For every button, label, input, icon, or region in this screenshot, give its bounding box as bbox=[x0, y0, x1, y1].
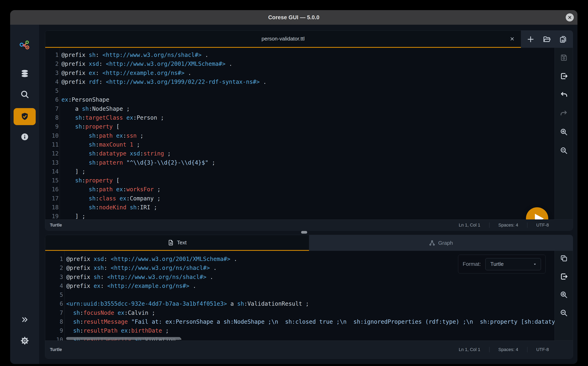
line-content: sh:targetClass ex:Person ; bbox=[60, 113, 164, 122]
line-number: 8 bbox=[45, 113, 60, 122]
line-content: @prefix xsh: <http://www.w3.org/ns/shacl… bbox=[65, 264, 217, 273]
tab-graph[interactable]: Graph bbox=[309, 235, 573, 251]
results-status-bar: Turtle Ln 1, Col 1 Spaces: 4 UTF-8 bbox=[45, 341, 573, 358]
line-content: @prefix sh: <http://www.w3.org/ns/shacl#… bbox=[60, 51, 208, 60]
line-number: 1 bbox=[45, 51, 60, 60]
format-select[interactable]: Turtle bbox=[485, 258, 541, 270]
horizontal-scrollbar[interactable] bbox=[66, 337, 181, 340]
status-indentation: Spaces: 4 bbox=[489, 222, 527, 228]
expand-sidebar-icon[interactable] bbox=[21, 316, 29, 323]
line-content bbox=[60, 86, 61, 95]
line-content: sh:path ex:ssn ; bbox=[60, 131, 143, 140]
line-content: sh:datatype xsd:string ; bbox=[60, 149, 171, 158]
editor-tab-bar: person-validator.ttl bbox=[45, 30, 573, 48]
tab-close-button[interactable] bbox=[509, 35, 516, 42]
open-file-button[interactable] bbox=[542, 35, 551, 44]
line-content: sh:focusNode ex:Calvin ; bbox=[65, 308, 155, 317]
shield-check-icon bbox=[20, 112, 29, 121]
format-label: Format: bbox=[463, 261, 481, 267]
line-content: sh:class ex:Company ; bbox=[60, 194, 161, 203]
tab-graph-label: Graph bbox=[438, 240, 453, 246]
line-content: sh:maxCount 1 ; bbox=[60, 140, 140, 149]
line-number: 14 bbox=[45, 167, 60, 176]
play-icon bbox=[526, 207, 548, 220]
line-number: 6 bbox=[45, 299, 65, 308]
export-button[interactable] bbox=[559, 72, 568, 81]
line-number: 6 bbox=[45, 95, 60, 104]
shapes-code-editor[interactable]: 1@prefix sh: <http://www.w3.org/ns/shacl… bbox=[45, 48, 555, 220]
export-icon bbox=[560, 272, 568, 281]
save-as-button[interactable] bbox=[559, 35, 568, 44]
zoom-in-icon bbox=[560, 128, 568, 136]
zoom-in-icon bbox=[560, 291, 568, 299]
chevron-down-icon bbox=[532, 261, 538, 267]
window-title: Corese GUI — 5.0.0 bbox=[268, 14, 319, 21]
line-number: 19 bbox=[45, 212, 60, 220]
code-line: 12 sh:datatype xsd:string ; bbox=[45, 149, 555, 158]
line-number: 16 bbox=[45, 185, 60, 194]
line-number: 18 bbox=[45, 203, 60, 212]
tab-text[interactable]: Text bbox=[45, 235, 309, 251]
document-icon bbox=[168, 239, 174, 246]
code-line: 4@prefix ex: <http://example.org/ns#> . bbox=[45, 282, 555, 290]
code-line: 16 sh:path ex:worksFor ; bbox=[45, 185, 555, 194]
line-number: 4 bbox=[45, 282, 65, 290]
line-number: 7 bbox=[45, 105, 60, 113]
sidebar-item-validation-active[interactable] bbox=[14, 108, 36, 125]
line-content: sh:path ex:worksFor ; bbox=[60, 185, 161, 194]
code-line: 7 sh:focusNode ex:Calvin ; bbox=[45, 308, 555, 317]
line-content: a sh:NodeShape ; bbox=[60, 105, 130, 113]
status-language: Turtle bbox=[50, 222, 62, 228]
results-code-view[interactable]: 1@prefix xsd: <http://www.w3.org/2001/XM… bbox=[45, 251, 555, 341]
folder-open-icon bbox=[543, 35, 551, 44]
zoom-out-button[interactable] bbox=[559, 146, 568, 155]
new-file-button[interactable] bbox=[526, 35, 535, 44]
copy-button[interactable] bbox=[559, 254, 568, 263]
code-line: 9 sh:resultPath ex:birthDate ; bbox=[45, 326, 555, 335]
floppy-icon bbox=[560, 53, 568, 61]
search-icon[interactable] bbox=[20, 90, 29, 99]
code-line: 5 bbox=[45, 290, 555, 299]
main-area: person-validator.ttl bbox=[39, 25, 577, 364]
zoom-out-button[interactable] bbox=[559, 308, 568, 317]
results-tab-bar: Text Graph bbox=[45, 235, 573, 251]
line-number: 5 bbox=[45, 86, 60, 95]
zoom-in-button[interactable] bbox=[559, 128, 568, 137]
line-content: @prefix xsd: <http://www.w3.org/2001/XML… bbox=[60, 60, 232, 69]
database-icon[interactable] bbox=[20, 69, 29, 78]
line-content: sh:pattern "^\\d{3}-\\d{2}-\\d{4}$" ; bbox=[60, 158, 215, 167]
code-line: 13 sh:pattern "^\\d{3}-\\d{2}-\\d{4}$" ; bbox=[45, 158, 555, 167]
line-number: 9 bbox=[45, 122, 60, 131]
line-number: 2 bbox=[45, 264, 65, 273]
status-language: Turtle bbox=[50, 347, 62, 352]
export-button[interactable] bbox=[559, 272, 568, 281]
line-content: @prefix ex: <http://example.org/ns#> . bbox=[60, 69, 191, 77]
code-line: 3@prefix sh: <http://www.w3.org/ns/shacl… bbox=[45, 273, 555, 282]
status-indentation: Spaces: 4 bbox=[489, 347, 527, 352]
line-number: 3 bbox=[45, 273, 65, 282]
code-line: 4@prefix rdf: <http://www.w3.org/1999/02… bbox=[45, 77, 555, 86]
info-icon[interactable] bbox=[20, 133, 29, 141]
line-content: ] ; bbox=[60, 167, 85, 176]
line-number: 3 bbox=[45, 69, 60, 77]
gear-icon[interactable] bbox=[20, 336, 29, 345]
splitter-handle[interactable] bbox=[301, 231, 307, 234]
shapes-code-lines[interactable]: 1@prefix sh: <http://www.w3.org/ns/shacl… bbox=[45, 48, 555, 220]
zoom-in-button[interactable] bbox=[559, 290, 568, 299]
tab-person-validator[interactable]: person-validator.ttl bbox=[45, 30, 521, 48]
code-line: 9 sh:property [ bbox=[45, 122, 555, 131]
line-content: ex:PersonShape bbox=[60, 95, 109, 104]
editor-tab-actions bbox=[521, 30, 573, 48]
window-close-button[interactable] bbox=[566, 13, 574, 22]
line-number: 10 bbox=[45, 131, 60, 140]
line-content: ] ; bbox=[60, 212, 85, 220]
line-content: @prefix sh: <http://www.w3.org/ns/shacl#… bbox=[65, 273, 213, 282]
redo-button[interactable] bbox=[559, 109, 568, 118]
code-line: 17 sh:class ex:Company ; bbox=[45, 194, 555, 203]
undo-button[interactable] bbox=[559, 90, 568, 99]
corese-logo-icon[interactable] bbox=[19, 40, 31, 52]
copy-icon bbox=[560, 254, 568, 262]
save-button[interactable] bbox=[559, 53, 568, 62]
run-validation-button[interactable] bbox=[526, 207, 548, 220]
shapes-editor-panel: person-validator.ttl bbox=[45, 30, 573, 231]
